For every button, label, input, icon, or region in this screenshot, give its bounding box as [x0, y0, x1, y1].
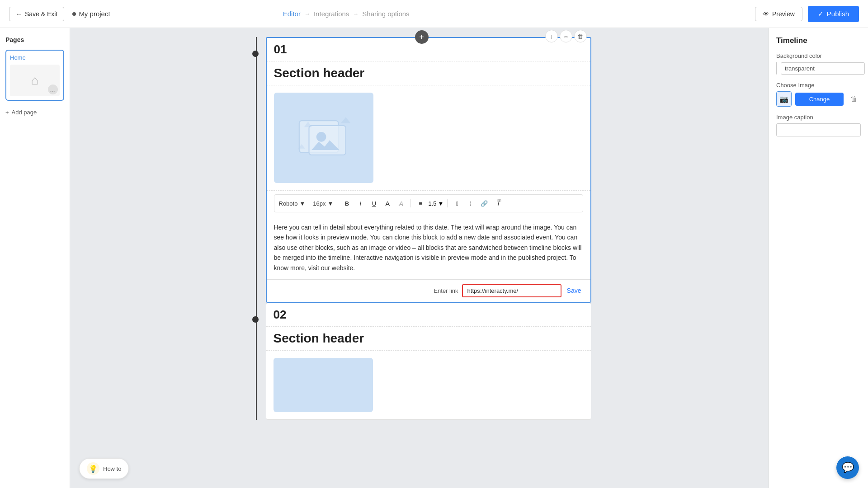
page-more-button[interactable]: …: [48, 84, 58, 94]
check-icon: ✓: [818, 10, 824, 18]
arrow-icon-2: →: [353, 10, 359, 17]
project-name: My project: [72, 10, 110, 18]
font-name: Roboto: [279, 200, 298, 207]
canvas-wrapper: + ↓ ⎓ 🗑 01 Section header: [248, 37, 591, 420]
highlight-button[interactable]: A: [395, 197, 407, 209]
bold-button[interactable]: B: [341, 197, 353, 209]
choose-image-section: Choose Image 📷 Change 🗑: [776, 82, 861, 107]
block1-header-row: Section header: [267, 61, 590, 85]
download-block-button[interactable]: ↓: [545, 30, 558, 42]
copy-block-button[interactable]: ⎓: [560, 30, 572, 42]
font-size-value: 16px: [313, 200, 326, 207]
chevron-down-icon: ▼: [299, 200, 305, 207]
block-wrapper-1: + ↓ ⎓ 🗑 01 Section header: [266, 37, 591, 303]
left-sidebar: Pages Home ⌂ … + Add page: [0, 28, 70, 488]
bg-color-section: Background color: [776, 52, 861, 75]
svg-marker-3: [340, 117, 350, 123]
divider-4: [447, 199, 448, 207]
enter-link-save-button[interactable]: Save: [565, 287, 583, 294]
chevron-left-icon: ←: [16, 10, 22, 18]
block-wrapper-2: 02 Section header: [266, 303, 591, 420]
how-to-label: How to: [103, 465, 121, 472]
color-swatch[interactable]: [776, 62, 777, 75]
change-image-button[interactable]: Change: [795, 93, 844, 106]
nav-steps: Editor → Integrations → Sharing options: [283, 10, 410, 18]
main-content: Pages Home ⌂ … + Add page +: [0, 28, 868, 488]
align-button[interactable]: ≡: [415, 197, 426, 209]
home-icon: ⌂: [31, 73, 39, 88]
page-thumb: ⌂ …: [10, 65, 60, 96]
canvas-area: + ↓ ⎓ 🗑 01 Section header: [70, 28, 769, 488]
plus-icon: +: [5, 109, 9, 116]
font-color-button[interactable]: A: [382, 197, 393, 209]
chat-button[interactable]: 💬: [836, 456, 859, 479]
divider-1: [309, 199, 309, 207]
font-select[interactable]: Roboto ▼: [279, 200, 306, 207]
block2-header[interactable]: Section header: [274, 331, 584, 346]
image-icon-button[interactable]: 📷: [776, 91, 792, 107]
svg-rect-1: [309, 126, 345, 155]
save-exit-label: Save & Exit: [25, 10, 57, 18]
block-toolbar: ↓ ⎓ 🗑: [545, 30, 587, 42]
block1-image-placeholder[interactable]: [274, 93, 373, 183]
timeline-dot-2: [252, 316, 259, 323]
image-placeholder-icon: [294, 108, 353, 167]
font-size-select[interactable]: 16px ▼: [313, 200, 333, 207]
enter-link-label: Enter link: [434, 287, 458, 294]
unordered-list-button[interactable]: ⁞: [465, 197, 476, 209]
lightbulb-icon: 💡: [87, 462, 99, 475]
caption-label: Image caption: [776, 114, 861, 121]
clear-format-button[interactable]: T⃗: [492, 197, 504, 209]
underline-button[interactable]: U: [368, 197, 380, 209]
enter-link-input[interactable]: [462, 284, 561, 297]
italic-button[interactable]: I: [354, 197, 366, 209]
color-input[interactable]: [781, 62, 865, 75]
publish-button[interactable]: ✓ Publish: [808, 6, 859, 22]
bg-color-row: [776, 62, 861, 75]
chevron-down-icon-2: ▼: [328, 200, 334, 207]
chevron-down-icon-3: ▼: [438, 200, 443, 207]
timeline-block-2: 02 Section header: [266, 303, 591, 420]
arrow-icon: →: [304, 10, 310, 17]
ordered-list-button[interactable]: : [451, 197, 463, 209]
delete-image-button[interactable]: 🗑: [847, 92, 861, 106]
add-block-top-button[interactable]: +: [415, 30, 429, 44]
delete-block-button[interactable]: 🗑: [574, 30, 587, 42]
save-exit-button[interactable]: ← Save & Exit: [9, 7, 64, 21]
line-height-select[interactable]: 1.5 ▼: [428, 200, 443, 207]
preview-button[interactable]: 👁 Preview: [755, 7, 802, 21]
link-button[interactable]: 🔗: [478, 197, 490, 209]
svg-point-2: [316, 132, 326, 142]
chat-icon: 💬: [842, 462, 854, 474]
step-editor[interactable]: Editor: [283, 10, 301, 18]
add-page-label: Add page: [12, 109, 37, 116]
block1-header[interactable]: Section header: [274, 66, 583, 80]
block2-number[interactable]: 02: [266, 303, 591, 327]
nav-right: 👁 Preview ✓ Publish: [755, 6, 859, 22]
dot-icon: [72, 12, 76, 16]
line-height-value: 1.5: [428, 200, 436, 207]
pages-title: Pages: [5, 36, 64, 43]
step-sharing[interactable]: Sharing options: [362, 10, 409, 18]
timeline-line: [256, 37, 257, 420]
right-sidebar: Timeline Background color Choose Image 📷…: [769, 28, 868, 488]
step-integrations[interactable]: Integrations: [314, 10, 349, 18]
divider-3: [410, 199, 411, 207]
sidebar-title: Timeline: [776, 36, 861, 45]
how-to-button[interactable]: 💡 How to: [79, 458, 129, 479]
block2-image-placeholder[interactable]: [274, 358, 373, 412]
page-label: Home: [10, 54, 60, 61]
block1-text[interactable]: Here you can tell in detail about everyt…: [267, 216, 590, 279]
preview-label: Preview: [772, 10, 795, 18]
enter-link-bar: Enter link Save: [267, 279, 590, 302]
block1-image-row: [267, 85, 590, 191]
timeline-block-1: ↓ ⎓ 🗑 01 Section header: [266, 37, 591, 303]
top-nav: ← Save & Exit My project Editor → Integr…: [0, 0, 868, 28]
page-card-home[interactable]: Home ⌂ …: [5, 50, 64, 101]
caption-input[interactable]: [776, 123, 861, 136]
bg-color-label: Background color: [776, 52, 861, 59]
choose-image-label: Choose Image: [776, 82, 861, 89]
image-caption-section: Image caption: [776, 114, 861, 136]
block1-number[interactable]: 01: [267, 38, 590, 61]
add-page-button[interactable]: + Add page: [5, 107, 64, 117]
